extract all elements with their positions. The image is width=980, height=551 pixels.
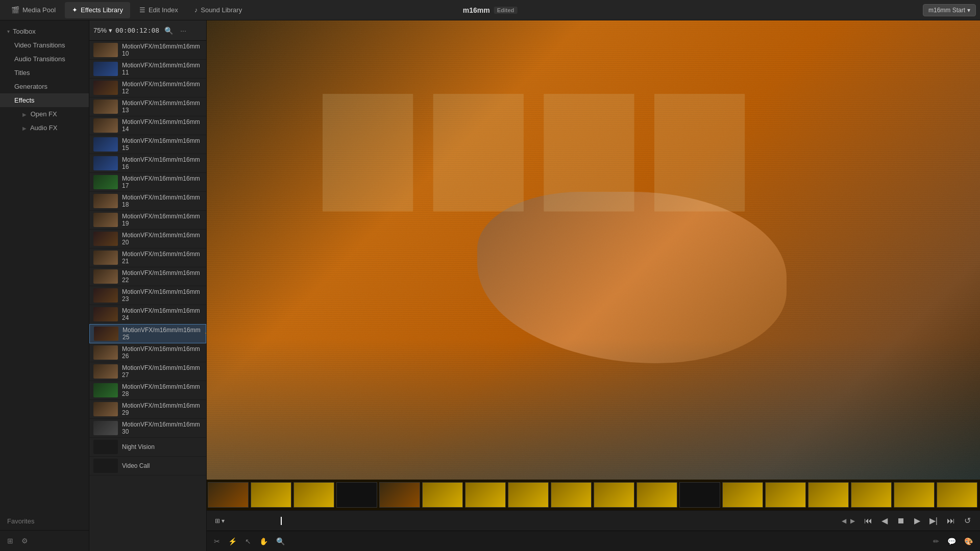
color-tool-button[interactable]: 🎨 [962,535,975,547]
list-item[interactable]: MotionVFX/m16mm/m16mm 21 [89,248,206,267]
stop-button[interactable]: ⏹ [894,515,908,527]
select-tool-button[interactable]: ↖ [243,535,253,547]
timeline-scrub[interactable]: ◀ ▶ [231,511,857,531]
sidebar-item-label: Audio FX [30,124,57,132]
svg-rect-2 [433,94,524,211]
hand-tool-button[interactable]: ✋ [257,535,270,547]
effects-scroll-area[interactable]: MotionVFX/m16mm/m16mm 10MotionVFX/m16mm/… [89,41,206,551]
list-item[interactable]: MotionVFX/m16mm/m16mm 12 [89,79,206,97]
list-item[interactable]: MotionVFX/m16mm/m16mm 30 [89,419,206,438]
toolbox-header[interactable]: ▾ Toolbox [0,24,89,38]
star-icon[interactable]: ★ [205,330,206,337]
sidebar-item-titles[interactable]: Titles [0,66,89,80]
sidebar-item-video-transitions[interactable]: Video Transitions [0,38,89,52]
list-item[interactable]: Video Call [89,457,206,475]
effect-thumb-inner [93,81,118,95]
tab-sound-library[interactable]: ♪ Sound Library [187,2,249,18]
frame-select-button[interactable]: ⊞ ▾ [213,516,227,525]
list-item[interactable]: MotionVFX/m16mm/m16mm 20 [89,230,206,248]
effect-thumbnail [93,251,118,265]
tab-edit-index[interactable]: ☰ Edit Index [132,2,185,18]
film-frame [251,482,291,508]
sidebar: ▾ Toolbox Video Transitions Audio Transi… [0,20,89,551]
effects-list-panel: 75% ▾ 00:00:12:08 🔍 ··· MotionVFX/m16mm/… [89,20,207,551]
top-right-controls: m16mm Start ▾ [923,4,976,16]
film-frame [379,482,420,508]
effect-thumb-inner [93,232,118,246]
zoom-tool-button[interactable]: 🔍 [274,535,287,547]
list-item[interactable]: MotionVFX/m16mm/m16mm 25★ [89,324,206,343]
effect-thumb-inner [93,383,118,397]
razor-tool-button[interactable]: ⚡ [226,535,239,547]
swimmer-shape [477,192,787,363]
list-item[interactable]: MotionVFX/m16mm/m16mm 10 [89,41,206,60]
skip-back-button[interactable]: ⏮ [861,515,875,527]
effect-name: MotionVFX/m16mm/m16mm 25 [122,327,201,341]
sidebar-item-audio-transitions[interactable]: Audio Transitions [0,52,89,66]
prev-frame-button[interactable]: ◀ [840,516,848,525]
svg-rect-1 [323,94,413,211]
film-frame [208,482,249,508]
sidebar-item-open-fx[interactable]: ▶ Open FX [8,107,89,121]
effect-thumb-inner [93,156,118,170]
effect-thumb-inner [93,288,118,303]
list-item[interactable]: MotionVFX/m16mm/m16mm 11 [89,60,206,79]
film-frame [422,482,463,508]
list-item[interactable]: MotionVFX/m16mm/m16mm 17 [89,173,206,192]
effect-thumbnail [93,440,118,454]
list-item[interactable]: Night Vision [89,438,206,457]
next-frame-button[interactable]: ▶ [848,516,857,525]
speech-bubble-tool-button[interactable]: 💬 [945,535,958,547]
effect-thumbnail [93,194,118,208]
list-item[interactable]: MotionVFX/m16mm/m16mm 13 [89,97,206,116]
list-item[interactable]: MotionVFX/m16mm/m16mm 14 [89,116,206,135]
pen-tool-button[interactable]: ✏ [931,535,941,547]
more-options-button[interactable]: ··· [178,26,188,36]
list-item[interactable]: MotionVFX/m16mm/m16mm 23 [89,286,206,305]
search-button[interactable]: 🔍 [162,26,175,36]
chevron-right-icon: ▶ [22,126,27,131]
effect-name: MotionVFX/m16mm/m16mm 15 [122,137,202,152]
favorites-label: Favorites [0,512,89,530]
start-button[interactable]: m16mm Start ▾ [923,4,976,16]
loop-button[interactable]: ↺ [961,514,974,527]
next-button[interactable]: ▶| [926,514,941,527]
effect-thumbnail [93,345,118,360]
skip-fwd-button[interactable]: ⏭ [944,515,958,527]
effect-name: MotionVFX/m16mm/m16mm 21 [122,251,202,265]
sidebar-item-audio-fx[interactable]: ▶ Audio FX [8,121,89,135]
list-item[interactable]: MotionVFX/m16mm/m16mm 26 [89,343,206,362]
list-item[interactable]: MotionVFX/m16mm/m16mm 16 [89,154,206,173]
effect-name: MotionVFX/m16mm/m16mm 14 [122,118,202,133]
tab-media-pool[interactable]: 🎬 Media Pool [4,2,63,18]
effect-thumb-inner [93,307,118,321]
top-bar: 🎬 Media Pool ✦ Effects Library ☰ Edit In… [0,0,980,20]
list-item[interactable]: MotionVFX/m16mm/m16mm 27 [89,362,206,381]
toolbox-section: ▾ Toolbox Video Transitions Audio Transi… [0,24,89,135]
film-frame [636,482,677,508]
list-item[interactable]: MotionVFX/m16mm/m16mm 29 [89,400,206,419]
effect-thumb-inner [93,345,118,360]
effect-thumbnail [93,175,118,189]
cut-tool-button[interactable]: ✂ [212,535,222,547]
settings-icon[interactable]: ⚙ [19,535,30,547]
list-item[interactable]: MotionVFX/m16mm/m16mm 28 [89,381,206,400]
list-item[interactable]: MotionVFX/m16mm/m16mm 18 [89,192,206,211]
list-item[interactable]: MotionVFX/m16mm/m16mm 15 [89,135,206,154]
list-item[interactable]: MotionVFX/m16mm/m16mm 22 [89,267,206,286]
list-item[interactable]: MotionVFX/m16mm/m16mm 19 [89,211,206,230]
sidebar-item-generators[interactable]: Generators [0,80,89,93]
tab-effects-library[interactable]: ✦ Effects Library [65,2,130,18]
sidebar-item-effects[interactable]: Effects [0,93,89,107]
effect-thumb-inner [93,137,118,152]
edited-badge: Edited [494,7,518,14]
effect-thumbnail [93,213,118,227]
play-button[interactable]: ▶ [911,514,923,527]
film-frame [293,482,334,508]
sidebar-item-label: Open FX [31,110,57,118]
list-item[interactable]: MotionVFX/m16mm/m16mm 24 [89,305,206,324]
film-frame [765,482,806,508]
grid-icon[interactable]: ⊞ [5,535,15,547]
prev-button[interactable]: ◀ [878,514,891,527]
effect-thumb-inner [93,364,118,379]
